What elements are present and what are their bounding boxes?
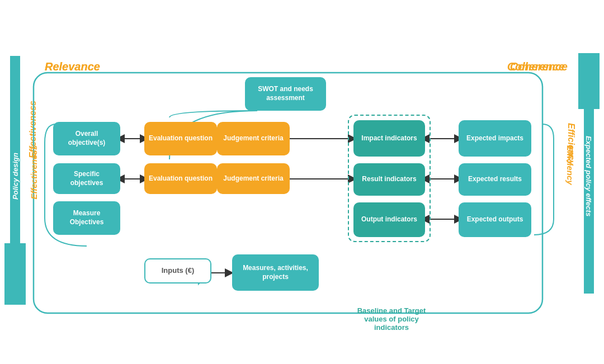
- efficiency-label-text: Efficiency: [565, 145, 575, 185]
- output-indicators-box: Output indicators: [353, 202, 425, 237]
- effectiveness-label-text: Effectiveness: [29, 145, 39, 199]
- impact-indicators-box: Impact indicators: [353, 120, 425, 157]
- swot-box: SWOT and needs assessment: [245, 77, 326, 111]
- judgement-criteria-2-box: Judgement criteria: [217, 163, 290, 194]
- svg-text:Expected policy effects: Expected policy effects: [584, 136, 593, 216]
- baseline-label: Baseline and Targetvalues of policyindic…: [336, 306, 447, 332]
- diagram-container: Policy design Expected policy effects Re…: [0, 0, 604, 364]
- expected-outputs-box: Expected outputs: [459, 202, 531, 237]
- measures-box: Measures, activities, projects: [232, 254, 319, 291]
- measure-objectives-box: Measure Objectives: [53, 201, 120, 235]
- relevance-label-text: Relevance: [45, 60, 100, 73]
- specific-objectives-box: Specific objectives: [53, 163, 120, 194]
- expected-impacts-box: Expected impacts: [459, 120, 531, 157]
- judgement-criteria-1-box: Judgement criteria: [217, 122, 290, 155]
- policy-effects-arrow: Expected policy effects: [578, 53, 600, 305]
- expected-results-box: Expected results: [459, 163, 531, 196]
- overall-objectives-box: Overall objective(s): [53, 122, 120, 155]
- effectiveness-arrow: Policy design: [4, 53, 26, 305]
- svg-text:Policy design: Policy design: [11, 153, 20, 200]
- inputs-box: Inputs (€): [144, 258, 211, 283]
- coherence-label-text: Coherence: [510, 60, 568, 73]
- eval-question-2-box: Evaluation question: [144, 163, 217, 194]
- result-indicators-box: Result indicators: [353, 163, 425, 196]
- eval-question-1-box: Evaluation question: [144, 122, 217, 155]
